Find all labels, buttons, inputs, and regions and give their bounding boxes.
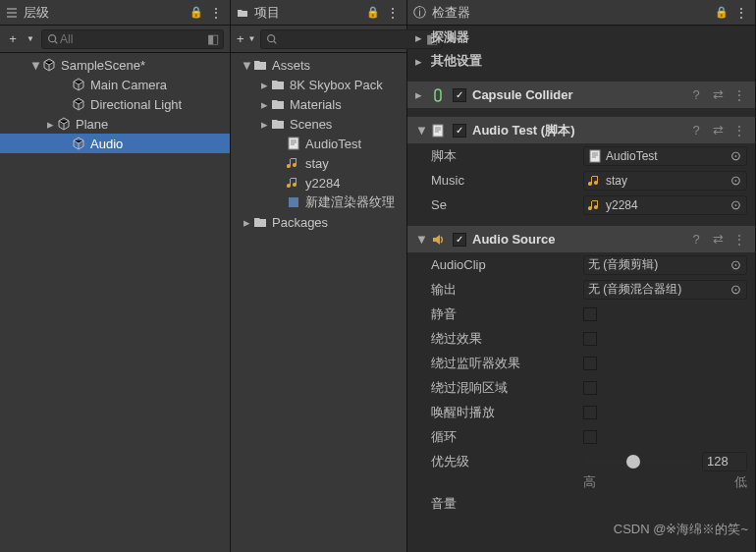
hierarchy-icon: [6, 7, 18, 19]
search-input[interactable]: [279, 32, 426, 46]
fold-icon[interactable]: ▸: [415, 54, 422, 69]
hierarchy-search[interactable]: ◧: [41, 29, 224, 49]
tree-item[interactable]: y2284: [231, 173, 406, 193]
checkbox[interactable]: [583, 381, 597, 395]
component-header[interactable]: ▼ ✓ Audio Test (脚本) ? ⇄ ⋮: [407, 116, 755, 143]
svg-line-1: [55, 40, 58, 43]
property-row: Sey2284⊙: [407, 193, 755, 217]
enable-checkbox[interactable]: ✓: [453, 233, 466, 247]
tree-item[interactable]: ▼Assets: [231, 55, 406, 75]
enable-checkbox[interactable]: ✓: [453, 88, 466, 102]
component-menu-icon[interactable]: ⋮: [731, 87, 747, 103]
fold-icon[interactable]: ▸: [415, 87, 427, 102]
tree-item[interactable]: 新建渲染器纹理: [231, 193, 406, 212]
chevron-icon[interactable]: ▸: [258, 78, 270, 92]
svg-point-0: [49, 34, 56, 41]
tree-item[interactable]: ▸Scenes: [231, 114, 406, 134]
section-label: 探测器: [431, 28, 469, 46]
tree-item[interactable]: ▸Materials: [231, 94, 406, 114]
lock-icon[interactable]: 🔒: [715, 6, 729, 19]
inspector-section[interactable]: ▸ 其他设置: [407, 49, 755, 73]
script-icon: [429, 122, 447, 139]
chevron-icon[interactable]: ▸: [258, 97, 270, 112]
svg-rect-14: [590, 150, 600, 162]
panel-menu-icon[interactable]: ⋮: [209, 5, 224, 21]
add-button[interactable]: +: [6, 30, 20, 48]
component-menu-icon[interactable]: ⋮: [731, 123, 747, 138]
help-icon[interactable]: ?: [688, 232, 704, 247]
number-input[interactable]: [702, 452, 747, 471]
chevron-icon[interactable]: ▸: [258, 117, 270, 132]
item-label: Audio: [90, 137, 123, 151]
tree-item[interactable]: ▸8K Skybox Pack: [231, 75, 406, 94]
chevron-icon[interactable]: ▸: [241, 215, 252, 230]
enable-checkbox[interactable]: ✓: [453, 124, 466, 138]
dropdown-icon[interactable]: ▼: [248, 30, 256, 48]
preset-icon[interactable]: ⇄: [710, 87, 726, 102]
svg-rect-10: [433, 125, 443, 137]
property-label: 音量: [431, 495, 583, 513]
tree-item[interactable]: AudioTest: [231, 134, 406, 153]
item-label: Directional Light: [90, 97, 182, 112]
object-value: stay: [606, 174, 729, 188]
preset-icon[interactable]: ⇄: [710, 232, 726, 247]
slider[interactable]: [583, 460, 694, 464]
search-input[interactable]: [60, 32, 207, 46]
component-header[interactable]: ▼ ✓ Audio Source ? ⇄ ⋮: [407, 225, 755, 252]
object-field[interactable]: 无 (音频混合器组)⊙: [583, 280, 747, 300]
checkbox[interactable]: [583, 430, 597, 444]
add-button[interactable]: +: [237, 30, 244, 48]
tree-item[interactable]: Directional Light: [0, 94, 230, 114]
lock-icon[interactable]: 🔒: [366, 6, 380, 19]
property-label: Music: [431, 173, 583, 188]
tree-item[interactable]: Audio: [0, 134, 230, 153]
panel-menu-icon[interactable]: ⋮: [734, 5, 749, 21]
preset-icon[interactable]: ⇄: [710, 123, 726, 138]
panel-menu-icon[interactable]: ⋮: [386, 5, 401, 21]
chevron-icon[interactable]: ▼: [29, 58, 41, 73]
chevron-icon[interactable]: ▼: [241, 58, 252, 73]
chevron-icon[interactable]: ▸: [44, 117, 56, 132]
object-picker-icon[interactable]: ⊙: [729, 257, 742, 272]
tree-item[interactable]: ▸Plane: [0, 114, 230, 134]
object-picker-icon[interactable]: ⊙: [729, 173, 742, 188]
checkbox[interactable]: [583, 406, 597, 419]
tree-item[interactable]: Main Camera: [0, 75, 230, 94]
checkbox[interactable]: [583, 307, 597, 321]
collider-icon: [429, 86, 447, 104]
object-value: 无 (音频剪辑): [588, 256, 729, 273]
fold-icon[interactable]: ▼: [415, 232, 427, 247]
tree-item[interactable]: ▸Packages: [231, 212, 406, 232]
object-picker-icon[interactable]: ⊙: [729, 282, 742, 297]
fold-icon[interactable]: ▼: [415, 123, 427, 138]
property-label: 输出: [431, 281, 583, 299]
object-field[interactable]: 无 (音频剪辑)⊙: [583, 255, 747, 275]
component-header[interactable]: ▸ ✓ Capsule Collider ? ⇄ ⋮: [407, 81, 755, 108]
item-label: stay: [305, 156, 329, 171]
tree-item[interactable]: ▼SampleScene*: [0, 55, 230, 75]
help-icon[interactable]: ?: [688, 123, 704, 138]
object-picker-icon[interactable]: ⊙: [729, 148, 742, 163]
object-field[interactable]: stay⊙: [583, 171, 747, 191]
object-field[interactable]: y2284⊙: [583, 195, 747, 215]
property-row: AudioClip无 (音频剪辑)⊙: [407, 252, 755, 277]
audio-icon: [286, 156, 301, 170]
dropdown-icon[interactable]: ▼: [24, 30, 37, 48]
object-picker-icon[interactable]: ⊙: [729, 197, 742, 212]
inspector-section[interactable]: ▸ 探测器: [407, 26, 755, 49]
property-label: 脚本: [431, 147, 583, 165]
help-icon[interactable]: ?: [688, 87, 704, 102]
slider-handle[interactable]: [626, 455, 640, 469]
object-field[interactable]: AudioTest⊙: [583, 146, 747, 166]
component-menu-icon[interactable]: ⋮: [731, 232, 747, 248]
search-type-icon[interactable]: ◧: [207, 31, 219, 46]
project-title: 项目: [254, 4, 360, 22]
project-toolbar: + ▼ ◧ ★: [231, 26, 406, 53]
checkbox[interactable]: [583, 357, 597, 370]
hierarchy-toolbar: + ▼ ◧: [0, 26, 230, 53]
tree-item[interactable]: stay: [231, 153, 406, 173]
lock-icon[interactable]: 🔒: [189, 6, 203, 19]
fold-icon[interactable]: ▸: [415, 30, 422, 45]
checkbox[interactable]: [583, 332, 597, 346]
components-area: ▸ ✓ Capsule Collider ? ⇄ ⋮▼ ✓ Audio Test…: [407, 73, 755, 516]
